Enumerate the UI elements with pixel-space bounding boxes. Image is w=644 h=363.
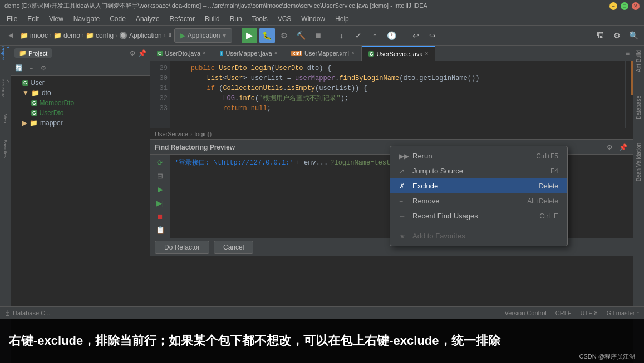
toolbar: ◀ 📁 imooc › 📁 demo › 📁 config › 🔘 Applic… xyxy=(0,26,644,46)
menu-help[interactable]: Help xyxy=(331,14,353,24)
status-versioncontrol[interactable]: Version Control xyxy=(505,310,547,316)
tab-usermapper[interactable]: I UserMapper.java × xyxy=(213,46,285,61)
run-config-icon: ▶ xyxy=(180,32,185,39)
tab-usermapperxml[interactable]: xml UserMapper.xml × xyxy=(284,46,361,61)
structure-sidebar-icon[interactable]: Z: Structure xyxy=(1,83,11,93)
cm-rerun[interactable]: ▶▶ Rerun Ctrl+F5 xyxy=(390,148,567,163)
tab-usermapper-close[interactable]: × xyxy=(274,50,278,56)
tree-item-user[interactable]: C User xyxy=(11,78,150,88)
status-encoding[interactable]: UTF-8 xyxy=(581,310,598,316)
do-refactor-btn[interactable]: Do Refactor xyxy=(155,241,209,254)
proj-collapse-btn[interactable]: − xyxy=(26,63,37,74)
bt-view-icon[interactable]: 📋 xyxy=(154,225,167,236)
bt-step-icon[interactable]: ▶| xyxy=(154,197,167,208)
remove-shortcut: Alt+Delete xyxy=(527,197,558,205)
code-line-29: public UserDto login(UserDto dto) { xyxy=(175,63,621,73)
project-panel-tabs: 📁 Project ⚙ 📌 xyxy=(11,46,150,61)
tree-item-dto[interactable]: ▼ 📁 dto xyxy=(11,88,150,98)
breadcrumb-imooc[interactable]: imooc xyxy=(30,32,48,39)
ant-build-label[interactable]: Ant Build xyxy=(635,48,643,74)
exclude-shortcut: Delete xyxy=(539,182,558,190)
tree-item-mapper[interactable]: ▶ 📁 mapper xyxy=(11,118,150,128)
maximize-btn[interactable]: □ xyxy=(621,2,628,10)
menu-view[interactable]: View xyxy=(45,14,68,24)
run-config-label: Application xyxy=(188,32,220,39)
tab-more-btn[interactable]: ≡ xyxy=(622,46,633,61)
status-database[interactable]: 🗄 Database C... xyxy=(4,310,50,316)
vcs-commit-icon[interactable]: ✓ xyxy=(351,28,366,43)
proj-sync-btn[interactable]: 🔄 xyxy=(13,63,24,74)
bean-validation-label[interactable]: Bean Validation xyxy=(635,141,643,183)
settings-icon[interactable]: ⚙ xyxy=(609,28,624,43)
debug-btn[interactable]: 🐛 xyxy=(259,28,275,43)
remove-icon: − xyxy=(399,197,408,205)
menu-edit[interactable]: Edit xyxy=(23,14,43,24)
menu-tools[interactable]: Tools xyxy=(248,14,272,24)
bottom-settings-icon[interactable]: ⚙ xyxy=(604,142,615,153)
bottom-pin-icon[interactable]: 📌 xyxy=(617,142,628,153)
class-userdto-icon: C xyxy=(31,110,37,116)
bt-stop-icon[interactable]: ⏹ xyxy=(154,211,167,222)
tab-usermapperxml-close[interactable]: × xyxy=(351,50,355,56)
code-editor: 29 30 31 32 33 public UserDto login(User… xyxy=(150,61,633,128)
code-line-31: if (CollectionUtils.isEmpty(userList)) { xyxy=(175,83,621,93)
redo-icon[interactable]: ↪ xyxy=(425,28,440,43)
status-git[interactable]: Git master ↑ xyxy=(607,310,640,316)
vcs-push-icon[interactable]: ↑ xyxy=(368,28,382,43)
bt-filter-icon[interactable]: ⊟ xyxy=(154,170,167,181)
tab-userservice-close[interactable]: × xyxy=(425,51,429,57)
project-tab[interactable]: 📁 Project xyxy=(14,48,52,58)
cm-addtofavorites[interactable]: ★ Add to Favorites xyxy=(390,228,567,243)
bottom-panel-tools: ⚙ 📌 xyxy=(604,142,628,153)
cm-jumptosource[interactable]: ↗ Jump to Source F4 xyxy=(390,163,567,178)
tree-item-memberdto[interactable]: C MemberDto xyxy=(11,98,150,108)
close-btn[interactable]: ✕ xyxy=(632,2,640,10)
menu-run[interactable]: Run xyxy=(225,14,247,24)
breadcrumb-demo[interactable]: demo xyxy=(63,32,80,39)
minimize-btn[interactable]: – xyxy=(609,2,617,10)
bt-play-icon[interactable]: ▶ xyxy=(154,184,167,195)
addtofav-label: Add to Favorites xyxy=(412,232,558,240)
tab-userservice[interactable]: C UserService.java × xyxy=(362,46,435,61)
folder-mapper-icon: ▶ xyxy=(22,119,27,127)
undo-icon[interactable]: ↩ xyxy=(409,28,423,43)
database-label[interactable]: Database xyxy=(635,93,643,122)
coverage-btn[interactable]: ⚙ xyxy=(277,28,292,43)
status-crlf[interactable]: CRLF xyxy=(555,310,572,316)
favorites-sidebar-icon[interactable]: Favorites xyxy=(1,143,11,153)
build-btn[interactable]: 🔨 xyxy=(294,28,308,43)
menu-analyze[interactable]: Analyze xyxy=(131,14,164,24)
menu-refactor[interactable]: Refactor xyxy=(165,14,199,24)
web-sidebar-icon[interactable]: Web xyxy=(1,113,11,123)
cancel-btn[interactable]: Cancel xyxy=(214,241,253,254)
menu-vcs[interactable]: VCS xyxy=(273,14,296,24)
menu-navigate[interactable]: Navigate xyxy=(69,14,104,24)
menu-code[interactable]: Code xyxy=(105,14,130,24)
tab-userdto-close[interactable]: × xyxy=(203,50,206,56)
vcs-update-icon[interactable]: ↓ xyxy=(335,28,349,43)
menu-build[interactable]: Build xyxy=(200,14,224,24)
cm-recentfindusages[interactable]: ← Recent Find Usages Ctrl+E xyxy=(390,208,567,223)
breadcrumb-folder-icon-2: 📁 xyxy=(53,32,62,39)
cm-remove[interactable]: − Remove Alt+Delete xyxy=(390,193,567,208)
vcs-history-icon[interactable]: 🕐 xyxy=(385,28,399,43)
menu-file[interactable]: File xyxy=(2,14,22,24)
tab-userdto[interactable]: C UserDto.java × xyxy=(150,46,213,61)
menu-window[interactable]: Window xyxy=(297,14,330,24)
proj-settings-btn[interactable]: ⚙ xyxy=(38,63,49,74)
run-config-btn[interactable]: ▶ Application ▾ xyxy=(174,28,232,43)
search-icon[interactable]: 🔍 xyxy=(626,28,641,43)
project-structure-icon[interactable]: 🏗 xyxy=(593,28,607,43)
bt-refresh-icon[interactable]: ⟳ xyxy=(154,157,167,168)
jumptosource-label: Jump to Source xyxy=(412,167,546,175)
project-panel-gear[interactable]: ⚙ xyxy=(130,49,136,57)
project-sidebar-icon[interactable]: 1: Project xyxy=(1,48,11,58)
run-btn[interactable]: ▶ xyxy=(242,28,257,43)
project-panel-pin[interactable]: 📌 xyxy=(138,49,146,57)
tree-item-userdto[interactable]: C UserDto xyxy=(11,108,150,118)
breadcrumb-config[interactable]: config xyxy=(96,32,114,39)
back-icon[interactable]: ◀ xyxy=(3,28,18,43)
stop-btn[interactable]: ⏹ xyxy=(311,28,325,43)
cm-exclude[interactable]: ✗ Exclude Delete xyxy=(390,178,567,193)
breadcrumb-application-1[interactable]: Application xyxy=(129,32,162,39)
